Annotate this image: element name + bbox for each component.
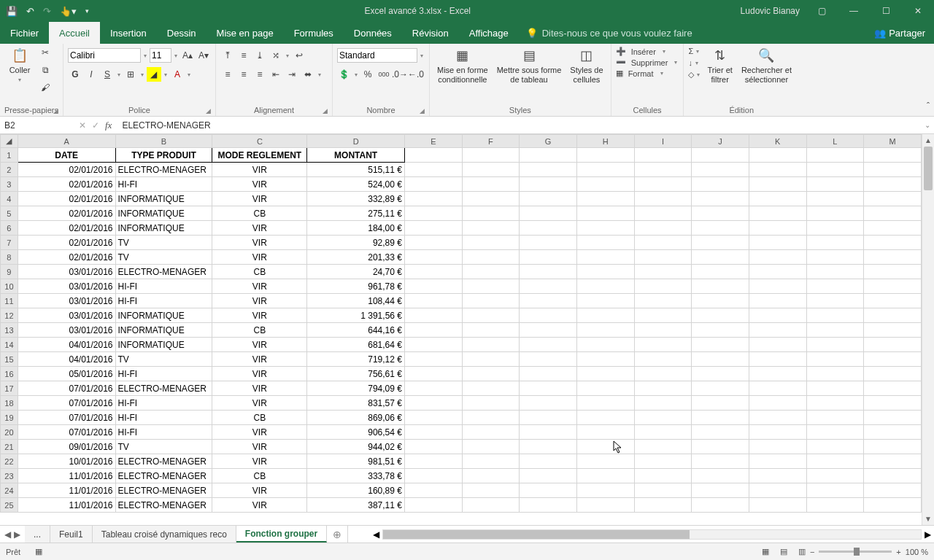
cell[interactable]	[692, 163, 749, 177]
cell[interactable]	[692, 338, 749, 352]
cell[interactable]	[864, 352, 922, 367]
row-header[interactable]: 16	[1, 367, 18, 381]
cell[interactable]: 02/01/2016	[18, 192, 115, 206]
cell[interactable]	[692, 396, 749, 411]
accounting-format-icon[interactable]: 💲	[337, 67, 352, 82]
cell[interactable]	[692, 236, 749, 250]
cell[interactable]: 719,12 €	[307, 352, 405, 367]
cell[interactable]	[462, 308, 520, 323]
cell[interactable]	[576, 498, 634, 513]
page-layout-view-icon[interactable]: ▤	[776, 547, 792, 556]
cell[interactable]	[864, 469, 922, 483]
row-header[interactable]: 5	[1, 206, 18, 221]
cell[interactable]	[634, 308, 692, 323]
cell[interactable]	[864, 236, 922, 250]
cell[interactable]: 03/01/2016	[18, 323, 115, 338]
font-name-combo[interactable]	[68, 48, 141, 63]
underline-button[interactable]: S	[100, 67, 115, 82]
cell[interactable]	[692, 483, 749, 498]
cell[interactable]: VIR	[212, 425, 307, 440]
cell[interactable]	[404, 483, 462, 498]
qat-customize-icon[interactable]: ▾	[85, 7, 89, 15]
minimize-icon[interactable]: —	[838, 0, 870, 22]
alignment-dialog-icon[interactable]: ◢	[323, 107, 328, 114]
cell[interactable]	[576, 483, 634, 498]
font-dialog-icon[interactable]: ◢	[206, 107, 211, 114]
cell[interactable]	[749, 454, 806, 469]
cell[interactable]	[462, 469, 520, 483]
cell[interactable]	[404, 163, 462, 177]
cell[interactable]	[806, 367, 864, 381]
cell[interactable]	[864, 294, 922, 308]
row-header[interactable]: 11	[1, 294, 18, 308]
cell[interactable]	[634, 236, 692, 250]
cell[interactable]	[692, 440, 749, 454]
cell[interactable]: 02/01/2016	[18, 250, 115, 265]
cell[interactable]: VIR	[212, 381, 307, 396]
cell[interactable]	[806, 265, 864, 279]
cell[interactable]	[864, 454, 922, 469]
row-header[interactable]: 6	[1, 221, 18, 236]
user-name[interactable]: Ludovic Bianay	[741, 6, 806, 16]
column-header[interactable]: F	[462, 135, 520, 148]
cell[interactable]	[864, 381, 922, 396]
cell[interactable]: INFORMATIQUE	[115, 338, 212, 352]
cell[interactable]	[520, 221, 577, 236]
cell[interactable]	[634, 367, 692, 381]
wrap-text-icon[interactable]: ↩	[292, 48, 306, 63]
cell[interactable]: 03/01/2016	[18, 279, 115, 294]
cell[interactable]	[404, 454, 462, 469]
zoom-in-icon[interactable]: +	[896, 548, 900, 556]
cell[interactable]	[520, 279, 577, 294]
cell[interactable]	[462, 425, 520, 440]
cell[interactable]	[404, 236, 462, 250]
enter-formula-icon[interactable]: ✓	[92, 120, 99, 131]
cell[interactable]	[404, 308, 462, 323]
cell[interactable]	[462, 279, 520, 294]
cell[interactable]	[864, 425, 922, 440]
cell[interactable]	[864, 440, 922, 454]
cell[interactable]	[404, 206, 462, 221]
cell[interactable]	[749, 192, 806, 206]
tab-revision[interactable]: Révision	[402, 22, 459, 44]
cell[interactable]: HI-FI	[115, 411, 212, 425]
cell[interactable]	[749, 498, 806, 513]
chevron-down-icon[interactable]: ▾	[173, 52, 179, 59]
cell[interactable]: VIR	[212, 440, 307, 454]
row-header[interactable]: 13	[1, 323, 18, 338]
macro-record-icon[interactable]: ▦	[35, 547, 42, 556]
cell[interactable]	[864, 221, 922, 236]
cell[interactable]	[634, 148, 692, 163]
fx-icon[interactable]: fx	[105, 120, 112, 131]
cell[interactable]	[749, 308, 806, 323]
cell[interactable]	[806, 425, 864, 440]
cell[interactable]: 794,09 €	[307, 381, 405, 396]
cell[interactable]	[692, 192, 749, 206]
cell[interactable]	[520, 352, 577, 367]
cell[interactable]	[864, 396, 922, 411]
cell[interactable]: VIR	[212, 454, 307, 469]
cell[interactable]: VIR	[212, 483, 307, 498]
row-header[interactable]: 1	[1, 148, 18, 163]
percent-format-icon[interactable]: %	[360, 67, 375, 82]
paste-button[interactable]: 📋 Coller ▾	[4, 45, 35, 85]
cell[interactable]: MODE REGLEMENT	[212, 148, 307, 163]
cell[interactable]: ELECTRO-MENAGER	[115, 498, 212, 513]
scroll-up-icon[interactable]: ▲	[922, 134, 934, 147]
name-box[interactable]: ▾	[0, 117, 73, 133]
scroll-right-icon[interactable]: ▶	[925, 529, 931, 540]
cell[interactable]: 10/01/2016	[18, 454, 115, 469]
cell[interactable]: 275,11 €	[307, 206, 405, 221]
cell[interactable]	[749, 381, 806, 396]
tab-fichier[interactable]: Fichier	[0, 22, 49, 44]
clipboard-dialog-icon[interactable]: ◢	[53, 107, 58, 114]
align-center-icon[interactable]: ≡	[236, 67, 251, 82]
share-button[interactable]: 👥 Partager	[865, 22, 934, 44]
row-header[interactable]: 22	[1, 454, 18, 469]
column-header[interactable]: G	[520, 135, 577, 148]
cell[interactable]	[462, 483, 520, 498]
cell[interactable]	[520, 177, 577, 192]
cell[interactable]: ELECTRO-MENAGER	[115, 265, 212, 279]
copy-icon[interactable]: ⧉	[38, 63, 53, 77]
cell[interactable]	[634, 279, 692, 294]
